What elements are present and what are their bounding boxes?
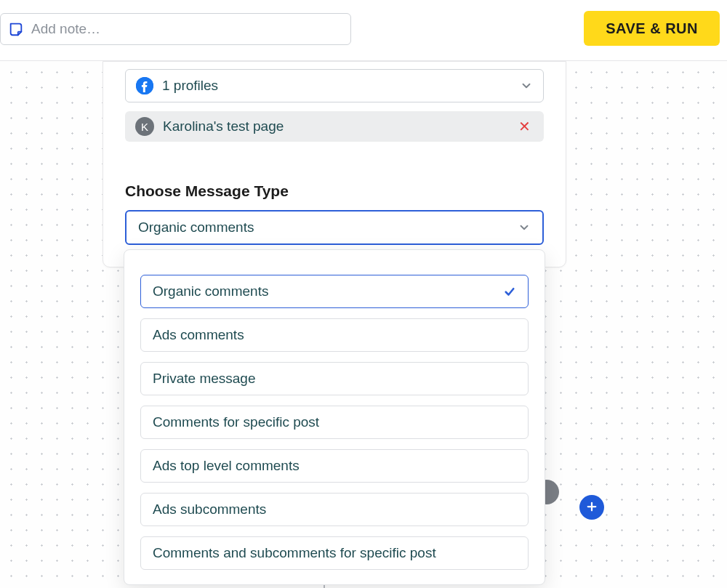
- option-label: Ads comments: [153, 327, 244, 343]
- option-label: Private message: [153, 371, 256, 387]
- message-type-dropdown: Organic comments Ads comments Private me…: [124, 249, 545, 585]
- message-type-select[interactable]: Organic comments: [125, 210, 544, 245]
- plus-icon: [585, 500, 598, 515]
- sticky-note-icon: [8, 21, 24, 37]
- option-label: Ads top level comments: [153, 458, 300, 474]
- add-node-button[interactable]: [579, 495, 604, 520]
- option-label: Organic comments: [153, 283, 268, 299]
- facebook-icon: [136, 77, 153, 94]
- option-comments-specific-post[interactable]: Comments for specific post: [140, 406, 529, 439]
- save-and-run-button[interactable]: SAVE & RUN: [584, 11, 720, 46]
- option-label: Comments for specific post: [153, 414, 319, 430]
- close-icon: ✕: [518, 118, 531, 134]
- option-label: Comments and subcomments for specific po…: [153, 545, 436, 561]
- note-input-container[interactable]: [0, 13, 351, 45]
- chevron-down-icon: [520, 79, 533, 92]
- note-input[interactable]: [31, 21, 343, 37]
- avatar: K: [135, 117, 154, 136]
- option-organic-comments[interactable]: Organic comments: [140, 275, 529, 308]
- option-label: Ads subcomments: [153, 502, 266, 517]
- config-card: 1 profiles K Karolina's test page ✕ Choo…: [103, 61, 566, 267]
- option-private-message[interactable]: Private message: [140, 362, 529, 395]
- profile-name: Karolina's test page: [163, 118, 284, 134]
- profiles-select[interactable]: 1 profiles: [125, 69, 544, 102]
- message-type-heading: Choose Message Type: [125, 182, 544, 200]
- profiles-count-label: 1 profiles: [162, 78, 218, 94]
- message-type-selected-label: Organic comments: [138, 220, 254, 235]
- option-ads-comments[interactable]: Ads comments: [140, 318, 529, 352]
- option-comments-subcomments-specific-post[interactable]: Comments and subcomments for specific po…: [140, 536, 529, 570]
- profile-chip: K Karolina's test page ✕: [125, 111, 544, 142]
- check-icon: [503, 285, 516, 298]
- option-ads-top-level-comments[interactable]: Ads top level comments: [140, 449, 529, 483]
- top-bar: SAVE & RUN: [0, 0, 727, 61]
- chevron-down-icon: [518, 221, 531, 234]
- option-ads-subcomments[interactable]: Ads subcomments: [140, 493, 529, 526]
- remove-profile-button[interactable]: ✕: [515, 116, 534, 137]
